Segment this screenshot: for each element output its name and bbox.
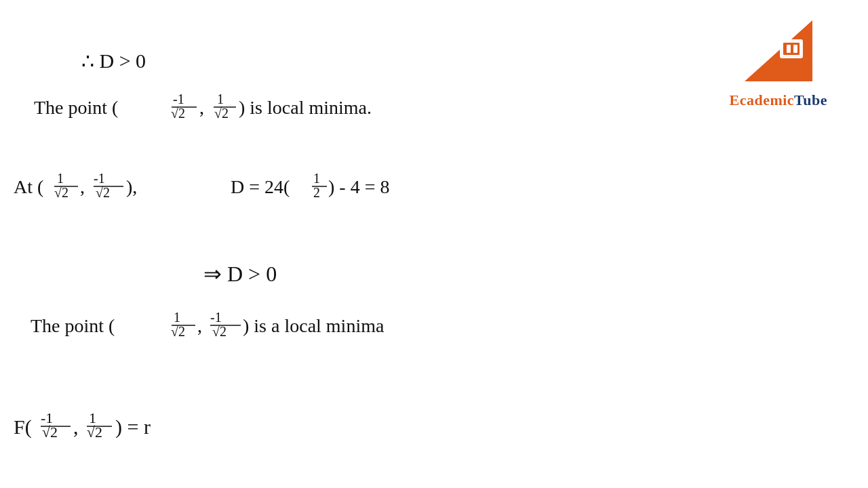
line2-comma: , bbox=[199, 97, 204, 118]
line3-rest: ) - 4 = 8 bbox=[328, 176, 389, 197]
line5-f1-d: √2 bbox=[171, 324, 185, 339]
line5-f2-n: -1 bbox=[210, 310, 222, 325]
line6-comma3: , bbox=[73, 415, 79, 438]
line5-f2-d: √2 bbox=[212, 324, 226, 339]
therefore-symbol: ∴ D > 0 bbox=[81, 49, 146, 72]
implies-sym: ⇒ D > 0 bbox=[203, 262, 277, 286]
frac1-numer: 1 bbox=[217, 92, 224, 106]
frac1-denom: √2 bbox=[214, 106, 229, 121]
logo-container: EcademicTube bbox=[729, 14, 827, 109]
line6-f: F( bbox=[14, 415, 32, 439]
frac-neg1-numer: -1 bbox=[173, 92, 184, 106]
line5-f1-n: 1 bbox=[174, 310, 180, 325]
line3-at: At ( bbox=[14, 176, 43, 197]
brand-name: EcademicTube bbox=[729, 92, 827, 109]
line6-f2-d: √2 bbox=[87, 424, 102, 441]
brand-ecademic: Ecademic bbox=[729, 92, 794, 108]
line6-eq-r: ) = r bbox=[115, 415, 151, 439]
line5-end: ) is a local minima bbox=[243, 315, 384, 336]
brand-tube: Tube bbox=[794, 92, 827, 108]
line3-d-eq: D = 24( bbox=[231, 176, 290, 197]
svg-rect-4 bbox=[793, 45, 797, 53]
line3-sep: , bbox=[80, 176, 85, 197]
line3-frac2-n: -1 bbox=[94, 171, 105, 186]
line2-end: ) is local minima. bbox=[239, 97, 372, 118]
line3-frac1-n: 1 bbox=[57, 171, 64, 186]
svg-rect-3 bbox=[787, 45, 791, 53]
line3-frac1-d: √2 bbox=[54, 185, 68, 200]
line6-f1-d: √2 bbox=[42, 424, 58, 441]
math-content: ∴ D > 0 The point ( -1 √2 , 1 √2 ) is lo… bbox=[0, 0, 678, 488]
line3-frac2-d: √2 bbox=[96, 185, 110, 200]
logo-icon bbox=[738, 14, 819, 88]
line2-text-the: The point ( bbox=[34, 97, 118, 118]
line3-half-n: 1 bbox=[313, 171, 320, 186]
line3-half-d: 2 bbox=[313, 185, 320, 200]
line3-paren-close: ), bbox=[126, 176, 137, 197]
line5-the-point: The point ( bbox=[31, 315, 115, 336]
line5-comma2: , bbox=[197, 315, 202, 336]
frac-neg1-denom: √2 bbox=[171, 106, 185, 121]
